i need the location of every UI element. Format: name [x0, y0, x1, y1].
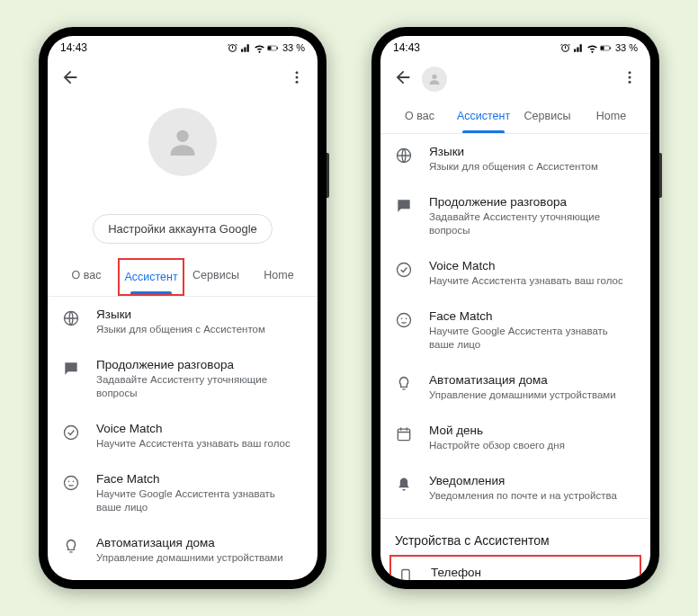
chat-icon	[395, 197, 413, 215]
list-item-languages[interactable]: Языки Языки для общения с Ассистентом	[48, 297, 318, 347]
list-title: Voice Match	[429, 259, 636, 272]
list-item-voice-match[interactable]: Voice Match Научите Ассистента узнавать …	[48, 411, 318, 461]
signal-icon	[240, 42, 252, 54]
avatar-small[interactable]	[422, 67, 447, 92]
status-icons: 33 %	[227, 42, 305, 54]
list-item-home-automation[interactable]: Автоматизация дома Управление домашними …	[380, 362, 650, 413]
list-title: Уведомления	[429, 474, 636, 487]
lightbulb-icon	[62, 538, 80, 556]
list-text: Face Match Научите Google Ассистента узн…	[429, 309, 636, 352]
svg-rect-1	[268, 46, 272, 49]
svg-point-24	[406, 317, 407, 319]
svg-point-11	[73, 480, 75, 482]
svg-point-19	[629, 81, 631, 84]
more-menu-button[interactable]	[289, 69, 305, 89]
settings-list: Языки Языки для общения с Ассистентом Пр…	[48, 297, 318, 580]
list-item-face-match[interactable]: Face Match Научите Google Ассистента узн…	[48, 461, 318, 525]
tab-services[interactable]: Сервисы	[184, 258, 247, 296]
status-bar: 14:43 33 %	[380, 36, 650, 59]
list-text: Телефон	[431, 566, 634, 580]
list-text: Мой день Настройте обзор своего дня	[429, 424, 636, 452]
chat-icon	[62, 360, 80, 378]
svg-point-5	[296, 81, 299, 84]
list-text: Автоматизация дома Управление домашними …	[429, 373, 636, 402]
list-text: Voice Match Научите Ассистента узнавать …	[96, 422, 303, 451]
list-item-home-automation[interactable]: Автоматизация дома Управление домашними …	[48, 525, 318, 576]
list-item-phone-device[interactable]: Телефон	[389, 555, 641, 580]
svg-point-10	[68, 480, 70, 482]
check-circle-icon	[395, 261, 413, 279]
list-item-my-day[interactable]: Мой день Настройте обзор своего дня	[380, 413, 650, 463]
svg-point-22	[398, 313, 411, 326]
list-text: Автоматизация дома Управление домашними …	[96, 536, 303, 565]
app-bar-left	[393, 67, 447, 92]
battery-icon	[600, 42, 612, 54]
svg-rect-26	[402, 570, 409, 580]
screen: 14:43 33 % О вас	[380, 36, 650, 580]
list-subtitle: Научите Google Ассистента узнавать ваше …	[429, 325, 636, 352]
phone-icon	[397, 567, 415, 580]
screen: 14:43 33 % Настройки аккаунта Google	[48, 36, 318, 580]
list-item-face-match[interactable]: Face Match Научите Google Ассистента узн…	[380, 299, 650, 362]
google-account-settings-button[interactable]: Настройки аккаунта Google	[93, 214, 273, 244]
tab-home[interactable]: Home	[247, 258, 310, 296]
tab-home[interactable]: Home	[579, 99, 643, 133]
back-button[interactable]	[60, 67, 80, 91]
tab-assistant[interactable]: Ассистент	[118, 258, 184, 296]
list-title: Языки	[429, 145, 636, 158]
svg-point-21	[398, 263, 411, 276]
wifi-icon	[586, 42, 598, 54]
face-icon	[62, 474, 80, 492]
list-title: Языки	[96, 308, 303, 321]
list-title: Мой день	[429, 424, 636, 437]
list-text: Продолжение разговора Задавайте Ассистен…	[429, 195, 636, 237]
more-menu-button[interactable]	[622, 69, 638, 89]
tab-services[interactable]: Сервисы	[515, 99, 579, 133]
svg-point-6	[176, 130, 188, 142]
svg-point-9	[65, 476, 78, 489]
list-item-languages[interactable]: Языки Языки для общения с Ассистентом	[380, 134, 650, 184]
svg-point-4	[296, 76, 299, 79]
list-subtitle: Задавайте Ассистенту уточняющие вопросы	[429, 210, 636, 237]
list-item-conversation[interactable]: Продолжение разговора Задавайте Ассистен…	[48, 347, 318, 411]
bell-icon	[395, 476, 413, 494]
svg-rect-14	[601, 46, 604, 49]
tab-about[interactable]: О вас	[55, 258, 118, 296]
list-text: Voice Match Научите Ассистента узнавать …	[429, 259, 636, 288]
list-text: Face Match Научите Google Ассистента узн…	[96, 472, 303, 514]
svg-point-23	[401, 317, 403, 319]
list-text: Языки Языки для общения с Ассистентом	[429, 145, 636, 174]
globe-icon	[395, 147, 413, 165]
list-subtitle: Языки для общения с Ассистентом	[96, 323, 303, 336]
alarm-icon	[227, 42, 238, 54]
list-item-conversation[interactable]: Продолжение разговора Задавайте Ассистен…	[380, 184, 650, 248]
svg-point-16	[432, 75, 436, 79]
list-text: Языки Языки для общения с Ассистентом	[96, 308, 303, 336]
back-button[interactable]	[393, 67, 413, 91]
list-item-notifications[interactable]: Уведомления Уведомления по почте и на ус…	[380, 463, 650, 513]
svg-point-18	[629, 76, 631, 79]
settings-list[interactable]: Языки Языки для общения с Ассистентом Пр…	[380, 134, 650, 580]
phone-left: 14:43 33 % Настройки аккаунта Google	[39, 27, 327, 589]
list-subtitle: Научите Google Ассистента узнавать ваше …	[96, 487, 303, 514]
avatar[interactable]	[148, 108, 217, 176]
lightbulb-icon	[395, 375, 413, 393]
list-item-my-day[interactable]: Мой день Настройте обзор своего дня	[48, 576, 318, 580]
list-item-voice-match[interactable]: Voice Match Научите Ассистента узнавать …	[380, 248, 650, 299]
tab-about[interactable]: О вас	[388, 99, 452, 133]
tab-assistant[interactable]: Ассистент	[452, 99, 515, 133]
status-time: 14:43	[60, 41, 87, 54]
list-subtitle: Управление домашними устройствами	[96, 551, 303, 565]
list-subtitle: Настройте обзор своего дня	[429, 439, 636, 452]
status-icons: 33 %	[559, 42, 638, 54]
profile-section: Настройки аккаунта Google	[48, 99, 318, 258]
check-circle-icon	[62, 424, 80, 442]
list-title: Face Match	[96, 472, 303, 486]
svg-rect-2	[277, 47, 278, 49]
status-time: 14:43	[393, 41, 420, 54]
list-text: Продолжение разговора Задавайте Ассистен…	[96, 358, 303, 400]
list-subtitle: Языки для общения с Ассистентом	[429, 160, 636, 174]
battery-icon	[267, 42, 279, 54]
tabs: О вас Ассистент Сервисы Home	[380, 99, 650, 134]
list-subtitle: Управление домашними устройствами	[429, 388, 636, 402]
